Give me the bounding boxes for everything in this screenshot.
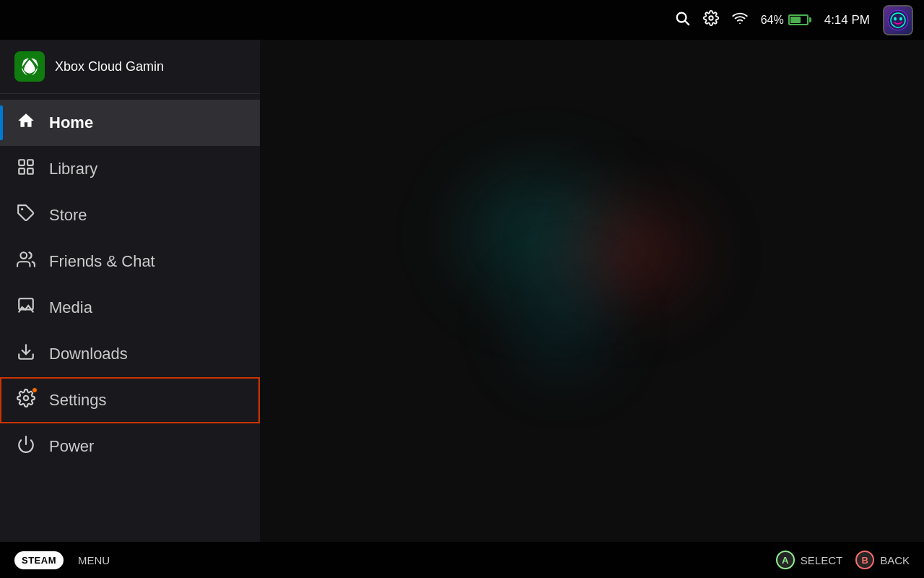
sidebar-item-settings-label: Settings — [49, 391, 107, 410]
store-icon — [16, 204, 36, 227]
media-icon — [16, 296, 36, 319]
svg-point-7 — [899, 17, 902, 20]
sidebar-item-media[interactable]: Media — [0, 285, 260, 331]
back-label: BACK — [880, 554, 910, 566]
avatar[interactable] — [883, 5, 913, 35]
nav-menu: Home Library Store — [0, 94, 260, 542]
svg-point-12 — [21, 208, 23, 210]
controller-buttons: A SELECT B BACK — [776, 551, 910, 569]
sidebar-item-settings[interactable]: Settings — [0, 377, 260, 423]
select-button-group[interactable]: A SELECT — [776, 551, 842, 569]
sidebar-item-downloads-label: Downloads — [49, 345, 128, 363]
svg-point-2 — [709, 16, 713, 20]
home-icon — [16, 111, 36, 134]
sidebar-item-library[interactable]: Library — [0, 146, 260, 192]
steam-badge[interactable]: STEAM — [14, 551, 64, 569]
sidebar-item-store-label: Store — [49, 206, 87, 225]
xbox-app-title: Xbox Cloud Gamin — [55, 59, 164, 74]
bg-blob-3 — [491, 253, 635, 397]
sidebar-item-library-label: Library — [49, 160, 97, 178]
status-bar: 64% 4:14 PM — [0, 0, 924, 40]
wifi-icon — [732, 10, 748, 30]
b-button[interactable]: B — [855, 551, 874, 569]
search-icon[interactable] — [674, 10, 690, 30]
avatar-image — [884, 7, 912, 34]
settings-icon — [16, 389, 36, 412]
sidebar-item-friends-label: Friends & Chat — [49, 252, 155, 271]
settings-status-icon[interactable] — [703, 10, 719, 30]
sidebar-item-home-label: Home — [49, 113, 93, 132]
friends-icon — [16, 250, 36, 273]
xbox-logo — [14, 51, 45, 82]
sidebar-item-power[interactable]: Power — [0, 423, 260, 470]
a-button[interactable]: A — [776, 551, 795, 569]
downloads-icon — [16, 342, 36, 366]
sidebar-item-home[interactable]: Home — [0, 100, 260, 146]
svg-rect-11 — [27, 168, 33, 174]
menu-label: MENU — [78, 554, 110, 566]
sidebar-item-friends[interactable]: Friends & Chat — [0, 238, 260, 285]
settings-notification-dot — [32, 387, 38, 393]
bottom-bar: STEAM MENU A SELECT B BACK — [0, 542, 924, 578]
back-button-group[interactable]: B BACK — [855, 551, 910, 569]
svg-point-6 — [894, 17, 897, 20]
sidebar-item-downloads[interactable]: Downloads — [0, 331, 260, 377]
sidebar-item-store[interactable]: Store — [0, 192, 260, 238]
xbox-app-header[interactable]: Xbox Cloud Gamin — [0, 40, 260, 94]
svg-line-1 — [685, 21, 689, 25]
library-icon — [16, 158, 36, 181]
svg-point-3 — [739, 22, 741, 24]
svg-rect-9 — [27, 160, 33, 165]
sidebar: Xbox Cloud Gamin Home Library — [0, 40, 260, 542]
battery-percent: 64% — [761, 14, 784, 27]
clock: 4:14 PM — [824, 13, 870, 27]
svg-point-13 — [20, 252, 27, 259]
select-label: SELECT — [801, 554, 842, 566]
sidebar-item-media-label: Media — [49, 298, 92, 317]
battery-icon — [788, 14, 811, 25]
battery-indicator: 64% — [761, 14, 811, 27]
svg-rect-10 — [19, 168, 25, 174]
svg-point-16 — [24, 396, 29, 401]
power-icon — [16, 435, 36, 458]
sidebar-item-power-label: Power — [49, 437, 94, 456]
svg-rect-8 — [19, 160, 25, 165]
